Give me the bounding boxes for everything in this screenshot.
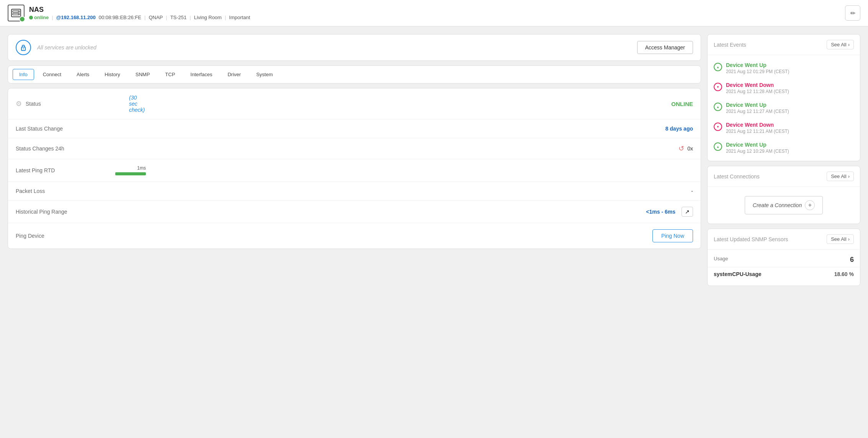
tab-snmp[interactable]: SNMP	[129, 69, 157, 80]
event-title-5: Device Went Up	[726, 142, 789, 148]
latest-events-card: Latest Events See All › Device Went Up 2…	[707, 34, 860, 161]
ping-device-label: Ping Device	[16, 233, 115, 239]
event-up-icon-1	[714, 63, 722, 71]
mac-address: 00:08:9B:EB:26:FE	[99, 15, 141, 20]
event-list: Device Went Up 2021 Aug 12 01:29 PM (CES…	[708, 55, 860, 161]
event-title-3: Device Went Up	[726, 102, 789, 108]
changes-24h-label: Status Changes 24h	[16, 145, 115, 152]
status-dot	[29, 16, 33, 20]
chevron-right-icon-connections: ›	[848, 173, 850, 179]
device-meta: online | @192.168.11.200 00:08:9B:EB:26:…	[29, 15, 840, 20]
tab-system[interactable]: System	[250, 69, 279, 80]
svg-point-4	[18, 14, 19, 15]
tab-tcp[interactable]: TCP	[159, 69, 181, 80]
location: Living Room	[194, 15, 222, 20]
snmp-data-row-1: systemCPU-Usage 18.60 %	[708, 267, 860, 281]
event-item-5: Device Went Up 2021 Aug 12 10:29 AM (CES…	[708, 138, 860, 158]
snmp-see-all-button[interactable]: See All ›	[827, 234, 854, 244]
create-connection-button[interactable]: Create a Connection +	[745, 196, 823, 214]
changes-24h-value: 0x	[687, 145, 693, 152]
event-item-2: Device Went Down 2021 Aug 12 11:28 AM (C…	[708, 78, 860, 98]
tab-info[interactable]: Info	[13, 69, 34, 80]
snmp-sensors-card: Latest Updated SNMP Sensors See All › Us…	[707, 229, 860, 286]
snmp-key-1: systemCPU-Usage	[714, 271, 762, 277]
event-up-icon-5	[714, 142, 722, 151]
connections-see-all-button[interactable]: See All ›	[827, 172, 854, 181]
tab-interfaces[interactable]: Interfaces	[184, 69, 219, 80]
last-change-row: Last Status Change 8 days ago	[8, 119, 701, 138]
ping-bar	[115, 172, 146, 175]
tab-driver[interactable]: Driver	[221, 69, 247, 80]
create-connection-label: Create a Connection	[753, 202, 802, 208]
svg-point-3	[18, 11, 19, 12]
snmp-col-value: 6	[850, 256, 854, 264]
create-plus-icon: +	[805, 200, 815, 210]
lock-icon	[16, 40, 31, 55]
latest-connections-card: Latest Connections See All › Create a Co…	[707, 166, 860, 224]
vendor: QNAP	[149, 15, 163, 20]
access-manager-bar: All services are unlocked Access Manager	[8, 34, 701, 61]
refresh-icon: ↺	[678, 144, 684, 153]
packet-loss-row: Packet Loss -	[8, 182, 701, 201]
device-icon	[8, 5, 25, 21]
packet-loss-label: Packet Loss	[16, 188, 115, 194]
changes-24h-row: Status Changes 24h ↺ 0x	[8, 138, 701, 159]
ip-address: @192.168.11.200	[56, 15, 96, 20]
status-indicator: online	[29, 15, 49, 20]
model: TS-251	[170, 15, 187, 20]
events-see-all-button[interactable]: See All ›	[827, 40, 854, 49]
snmp-col-header: Usage 6	[708, 254, 860, 267]
snmp-sensors-title: Latest Updated SNMP Sensors	[714, 236, 788, 242]
ping-ms: 1ms	[137, 165, 146, 171]
event-up-icon-3	[714, 103, 722, 111]
chart-button[interactable]: ↗	[682, 207, 693, 217]
event-down-icon-2	[714, 83, 722, 91]
historical-label: Historical Ping Range	[16, 209, 115, 215]
last-change-label: Last Status Change	[16, 126, 115, 132]
snmp-body: Usage 6 systemCPU-Usage 18.60 %	[708, 250, 860, 286]
device-name: NAS	[29, 6, 840, 14]
tab-connect[interactable]: Connect	[36, 69, 68, 80]
event-title-4: Device Went Down	[726, 122, 789, 128]
event-time-1: 2021 Aug 12 01:29 PM (CEST)	[726, 69, 789, 74]
tabs-bar: Info Connect Alerts History SNMP TCP Int…	[8, 65, 701, 83]
left-panel: All services are unlocked Access Manager…	[8, 34, 701, 286]
event-time-5: 2021 Aug 12 10:29 AM (CEST)	[726, 149, 789, 154]
connections-body: Create a Connection +	[708, 187, 860, 224]
event-item-3: Device Went Up 2021 Aug 12 11:27 AM (CES…	[708, 98, 860, 118]
status-value: ONLINE	[671, 101, 693, 107]
svg-point-6	[23, 48, 24, 49]
status-text: online	[34, 15, 49, 20]
gear-icon: ⚙	[16, 100, 22, 108]
event-title-2: Device Went Down	[726, 82, 789, 88]
ping-now-button[interactable]: Ping Now	[652, 229, 693, 242]
shield-badge	[19, 16, 25, 22]
event-time-3: 2021 Aug 12 11:27 AM (CEST)	[726, 109, 789, 114]
tag: Important	[229, 15, 250, 20]
event-time-2: 2021 Aug 12 11:28 AM (CEST)	[726, 89, 789, 94]
right-panel: Latest Events See All › Device Went Up 2…	[707, 34, 860, 286]
unlocked-text: All services are unlocked	[37, 44, 631, 51]
latest-events-title: Latest Events	[714, 42, 746, 48]
snmp-col-label: Usage	[714, 256, 728, 264]
latest-connections-header: Latest Connections See All ›	[708, 166, 860, 187]
edit-button[interactable]: ✏	[845, 5, 860, 21]
ping-device-row: Ping Device Ping Now	[8, 223, 701, 248]
device-info: NAS online | @192.168.11.200 00:08:9B:EB…	[29, 6, 840, 20]
pencil-icon: ✏	[850, 10, 855, 17]
info-panel: ⚙ Status (30 sec check) ONLINE Last Stat…	[8, 88, 701, 249]
latest-connections-title: Latest Connections	[714, 173, 760, 180]
event-title-1: Device Went Up	[726, 62, 789, 68]
ping-rdt-value: 1ms	[115, 165, 146, 175]
ping-rtd-row: Latest Ping RTD 1ms	[8, 159, 701, 182]
historical-value: <1ms - 6ms	[646, 209, 675, 215]
main-content: All services are unlocked Access Manager…	[0, 26, 868, 294]
snmp-val-1: 18.60 %	[834, 271, 854, 277]
tab-alerts[interactable]: Alerts	[70, 69, 96, 80]
access-manager-button[interactable]: Access Manager	[637, 41, 693, 54]
snmp-sensors-header: Latest Updated SNMP Sensors See All ›	[708, 229, 860, 250]
event-item-1: Device Went Up 2021 Aug 12 01:29 PM (CES…	[708, 58, 860, 78]
ping-rtd-label: Latest Ping RTD	[16, 167, 115, 173]
tab-history[interactable]: History	[98, 69, 126, 80]
chevron-right-icon-snmp: ›	[848, 236, 850, 242]
